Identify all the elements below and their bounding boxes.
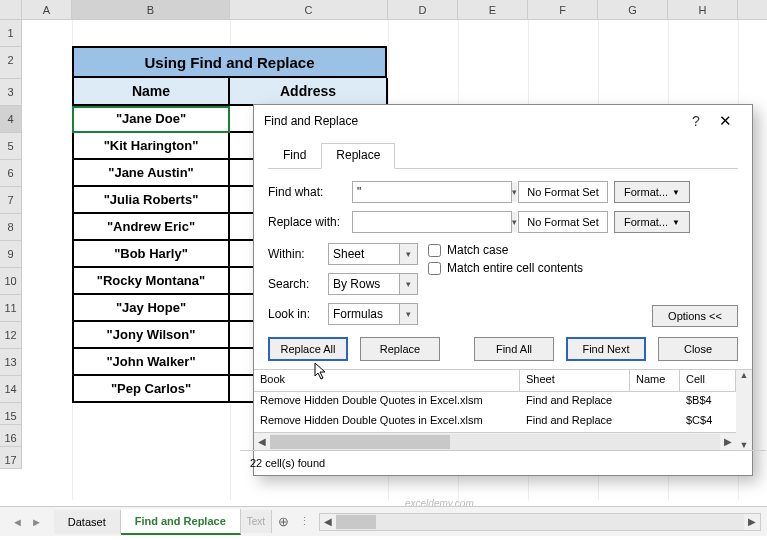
row-header-6[interactable]: 6 [0, 160, 22, 187]
replace-with-combo[interactable]: ▾ [352, 211, 512, 233]
col-header-h[interactable]: H [668, 0, 738, 19]
col-header-b[interactable]: B [72, 0, 230, 19]
find-format-display: No Format Set [518, 181, 608, 203]
chevron-down-icon[interactable]: ▾ [511, 182, 517, 202]
cell-b8[interactable]: "Andrew Eric" [72, 214, 230, 241]
arrow-right-icon[interactable]: ▶ [744, 516, 760, 527]
tab-split-icon[interactable]: ⋮ [295, 515, 313, 528]
close-icon[interactable]: ✕ [708, 112, 742, 130]
row-header-9[interactable]: 9 [0, 241, 22, 268]
replace-all-button[interactable]: Replace All [268, 337, 348, 361]
cell-b14[interactable]: "Pep Carlos" [72, 376, 230, 403]
row-header-2[interactable]: 2 [0, 47, 22, 79]
sheet-tab-text[interactable]: Text [241, 510, 272, 533]
results-hscroll[interactable]: ◀ ▶ [254, 432, 736, 450]
chevron-down-icon: ▼ [672, 218, 680, 227]
row-header-4[interactable]: 4 [0, 106, 22, 133]
replace-with-input[interactable] [353, 212, 511, 232]
tab-nav-first-icon[interactable]: ◄ [8, 516, 27, 528]
scroll-thumb[interactable] [270, 435, 450, 449]
col-header-d[interactable]: D [388, 0, 458, 19]
row-header-8[interactable]: 8 [0, 214, 22, 241]
arrow-left-icon[interactable]: ◀ [254, 436, 270, 447]
cell-b6[interactable]: "Jane Austin" [72, 160, 230, 187]
row-header-7[interactable]: 7 [0, 187, 22, 214]
chevron-down-icon[interactable]: ▾ [399, 304, 417, 324]
help-button[interactable]: ? [684, 113, 708, 129]
horizontal-scrollbar[interactable]: ◀ ▶ [319, 513, 761, 531]
cell-b5[interactable]: "Kit Harington" [72, 133, 230, 160]
tab-nav-next-icon[interactable]: ► [27, 516, 46, 528]
arrow-up-icon[interactable]: ▲ [740, 370, 749, 380]
dialog-title: Find and Replace [264, 114, 684, 128]
find-next-button[interactable]: Find Next [566, 337, 646, 361]
lookin-label: Look in: [268, 307, 322, 321]
find-replace-dialog: Find and Replace ? ✕ Find Replace Find w… [253, 104, 753, 476]
row-header-15[interactable]: 15 [0, 403, 22, 425]
row-header-3[interactable]: 3 [0, 79, 22, 106]
row-header-17[interactable]: 17 [0, 447, 22, 469]
chevron-down-icon[interactable]: ▾ [399, 244, 417, 264]
row-header-11[interactable]: 11 [0, 295, 22, 322]
scroll-thumb[interactable] [336, 515, 376, 529]
row-header-1[interactable]: 1 [0, 20, 22, 47]
cell-b10[interactable]: "Rocky Montana" [72, 268, 230, 295]
find-format-button[interactable]: Format...▼ [614, 181, 690, 203]
find-what-combo[interactable]: ▾ [352, 181, 512, 203]
replace-format-button[interactable]: Format...▼ [614, 211, 690, 233]
search-select[interactable]: By Rows ▾ [328, 273, 418, 295]
row-header-14[interactable]: 14 [0, 376, 22, 403]
col-header-e[interactable]: E [458, 0, 528, 19]
row-header-10[interactable]: 10 [0, 268, 22, 295]
cell-b4[interactable]: "Jane Doe" [72, 106, 230, 133]
result-row[interactable]: Remove Hidden Double Quotes in Excel.xls… [254, 392, 736, 412]
row-headers: 1 2 3 4 5 6 7 8 9 10 11 12 13 14 15 16 1… [0, 20, 22, 469]
header-address[interactable]: Address [230, 78, 388, 106]
results-col-name[interactable]: Name [630, 370, 680, 391]
row-header-12[interactable]: 12 [0, 322, 22, 349]
dialog-tabs: Find Replace [268, 143, 738, 169]
select-all-corner[interactable] [0, 0, 22, 19]
chevron-down-icon[interactable]: ▾ [399, 274, 417, 294]
cell-b9[interactable]: "Bob Harly" [72, 241, 230, 268]
find-what-input[interactable] [353, 182, 511, 202]
row-header-16[interactable]: 16 [0, 425, 22, 447]
cell-b12[interactable]: "Jony Wilson" [72, 322, 230, 349]
cell-b11[interactable]: "Jay Hope" [72, 295, 230, 322]
lookin-select[interactable]: Formulas ▾ [328, 303, 418, 325]
results-col-book[interactable]: Book [254, 370, 520, 391]
cell-b13[interactable]: "John Walker" [72, 349, 230, 376]
dialog-titlebar[interactable]: Find and Replace ? ✕ [254, 105, 752, 137]
results-col-sheet[interactable]: Sheet [520, 370, 630, 391]
row-header-13[interactable]: 13 [0, 349, 22, 376]
arrow-right-icon[interactable]: ▶ [720, 436, 736, 447]
results-col-cell[interactable]: Cell [680, 370, 736, 391]
col-header-a[interactable]: A [22, 0, 72, 19]
find-all-button[interactable]: Find All [474, 337, 554, 361]
options-button[interactable]: Options << [652, 305, 738, 327]
within-select[interactable]: Sheet ▾ [328, 243, 418, 265]
arrow-down-icon[interactable]: ▼ [740, 440, 749, 450]
sheet-tab-dataset[interactable]: Dataset [54, 510, 121, 534]
replace-button[interactable]: Replace [360, 337, 440, 361]
header-name[interactable]: Name [72, 78, 230, 106]
tab-replace[interactable]: Replace [321, 143, 395, 169]
col-header-f[interactable]: F [528, 0, 598, 19]
status-text: 22 cell(s) found [240, 450, 766, 475]
chevron-down-icon[interactable]: ▾ [511, 212, 517, 232]
close-button[interactable]: Close [658, 337, 738, 361]
add-sheet-icon[interactable]: ⊕ [272, 510, 295, 533]
col-header-g[interactable]: G [598, 0, 668, 19]
row-header-5[interactable]: 5 [0, 133, 22, 160]
match-case-checkbox[interactable]: Match case [428, 243, 738, 257]
cell-b7[interactable]: "Julia Roberts" [72, 187, 230, 214]
col-header-c[interactable]: C [230, 0, 388, 19]
tab-find[interactable]: Find [268, 143, 321, 169]
cursor-icon [314, 362, 330, 382]
results-vscroll[interactable]: ▲ ▼ [736, 370, 752, 450]
match-entire-checkbox[interactable]: Match entire cell contents [428, 261, 738, 275]
sheet-tab-find-replace[interactable]: Find and Replace [121, 509, 241, 535]
table-title[interactable]: Using Find and Replace [72, 46, 387, 78]
arrow-left-icon[interactable]: ◀ [320, 516, 336, 527]
result-row[interactable]: Remove Hidden Double Quotes in Excel.xls… [254, 412, 736, 432]
